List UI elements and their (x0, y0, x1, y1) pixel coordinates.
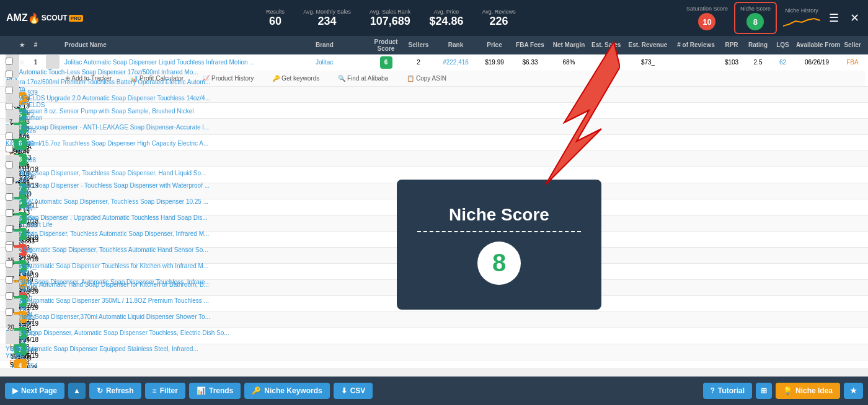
star-icon: ★ (850, 386, 857, 395)
row-brand[interactable]: YUJIA (3, 352, 59, 359)
row-star[interactable]: ☆ (3, 95, 16, 102)
row-rating: 2.5 (744, 59, 772, 66)
row-check[interactable] (3, 103, 16, 111)
csv-button[interactable]: ⬇ CSV (334, 383, 373, 399)
trends-icon: 📊 (197, 386, 206, 395)
row-check[interactable] (3, 58, 16, 66)
trends-label: Trends (209, 386, 233, 395)
row-check[interactable] (3, 244, 16, 253)
row-check[interactable] (3, 260, 16, 269)
col-seller: Seller (840, 41, 865, 48)
row-brand[interactable]: Jolitac (313, 59, 369, 66)
row-star[interactable]: ☆ (3, 269, 16, 276)
next-page-arrow-button[interactable]: ▲ (68, 383, 86, 399)
row-star[interactable]: ☆ (3, 79, 16, 86)
row-check[interactable] (3, 161, 16, 170)
niche-history-label: Niche History (783, 7, 820, 14)
row-number: 7 (3, 118, 19, 125)
row-check[interactable] (3, 308, 16, 317)
row-star[interactable]: ☆ (3, 186, 16, 193)
menu-icon[interactable]: ☰ (826, 9, 841, 27)
row-star[interactable]: ☆ (3, 253, 16, 259)
row-star[interactable]: ☆ (3, 154, 16, 160)
col-rating: Rating (744, 41, 772, 48)
refresh-label: Refresh (106, 386, 134, 395)
row-check[interactable] (3, 145, 16, 154)
row-check[interactable] (3, 193, 16, 202)
filter-button[interactable]: ≡ Filter (145, 383, 185, 399)
row-star[interactable]: ☆ (3, 111, 16, 118)
row-star[interactable]: ☆ (3, 202, 16, 209)
avg-price-stat: Avg. Price $24.86 (429, 9, 463, 28)
refresh-button[interactable]: ↻ Refresh (89, 383, 141, 399)
row-star[interactable]: ☆ (3, 317, 16, 324)
avg-price-label: Avg. Price (429, 9, 463, 15)
niche-idea-button[interactable]: 💡 Niche Idea (776, 383, 840, 399)
row-star[interactable]: ☆ (3, 218, 16, 225)
logo: AMZ 🔥 SCOUT PRO (6, 12, 83, 24)
row-check[interactable] (3, 87, 16, 95)
star-button[interactable]: ★ (844, 383, 863, 399)
logo-text: AMZ (6, 12, 28, 24)
find-alibaba-link[interactable]: 🔍 Find at Alibaba (338, 75, 388, 82)
col-rpr: RPR (719, 41, 744, 48)
csv-label: CSV (350, 386, 366, 395)
row-image (3, 331, 22, 346)
footer-right: ? Tutorial ⊞ 💡 Niche Idea ★ (703, 383, 863, 399)
col-score: ProductScore (369, 38, 403, 52)
row-number: 20 (3, 324, 19, 331)
filter-icon: ≡ (153, 386, 157, 395)
row-name[interactable]: YUJIA Automatic Soap Dispenser Equipped … (3, 346, 201, 352)
history-chart (783, 15, 820, 27)
col-margin: Net Margin (549, 41, 589, 48)
row-star[interactable]: ☆ (3, 301, 16, 308)
niche-history[interactable]: Niche History (783, 7, 820, 28)
niche-keywords-button[interactable]: 🔑 Niche Keywords (244, 383, 329, 399)
refresh-icon: ↻ (97, 386, 103, 395)
col-price: Price (477, 41, 512, 48)
row-check[interactable] (3, 71, 16, 79)
col-avail: Available From (794, 41, 840, 48)
trends-button[interactable]: 📊 Trends (189, 383, 241, 399)
row-star[interactable]: ☆ (3, 285, 16, 292)
row-check[interactable] (3, 177, 16, 186)
row-score: 6 (369, 56, 403, 69)
row-sellers: 2 (403, 59, 434, 66)
csv-icon: ⬇ (341, 386, 347, 395)
row-check[interactable] (3, 209, 16, 218)
tutorial-icon: ? (711, 386, 715, 395)
row-lqs[interactable]: 62 (772, 59, 794, 66)
row-star[interactable]: ☆ (3, 234, 16, 241)
tutorial-button[interactable]: ? Tutorial (703, 383, 752, 399)
footer: ▶ Next Page ▲ ↻ Refresh ≡ Filter 📊 Trend… (0, 377, 868, 405)
niche-score-button[interactable]: Niche Score 8 (734, 2, 777, 34)
overlay-score-value: 8 (477, 242, 521, 285)
avg-monthly-sales-stat: Avg. Monthly Sales 234 (303, 9, 351, 28)
row-revenue: $73_ (623, 59, 673, 66)
col-sales: Est. Sales (589, 41, 623, 48)
tutorial-label: Tutorial (718, 386, 745, 395)
niche-keywords-label: Niche Keywords (264, 386, 322, 395)
row-star[interactable]: ☆ (3, 170, 16, 176)
get-keywords-link[interactable]: 🔑 Get keywords (272, 75, 319, 82)
col-num: # (28, 41, 43, 48)
tutorial-extra-button[interactable]: ⊞ (756, 383, 772, 399)
saturation-score: Saturation Score 10 (686, 6, 728, 30)
row-check[interactable] (3, 276, 16, 285)
saturation-label: Saturation Score (686, 6, 728, 12)
col-fba: FBA Fees (512, 41, 549, 48)
next-page-icon: ▶ (12, 386, 18, 395)
next-page-button[interactable]: ▶ Next Page (5, 383, 64, 399)
overlay-title: Niche Score (449, 205, 549, 225)
copy-asin-link[interactable]: 📋 Copy ASIN (407, 75, 446, 82)
row-check[interactable] (3, 225, 16, 234)
avg-reviews-value: 226 (490, 15, 508, 27)
logo-scout: SCOUT (42, 14, 68, 22)
row-check[interactable] (3, 133, 16, 141)
header: AMZ 🔥 SCOUT PRO Results 60 Avg. Monthly … (0, 0, 868, 36)
niche-score-label: Niche Score (740, 6, 771, 12)
row-check[interactable] (3, 292, 16, 301)
close-icon[interactable]: ✕ (848, 9, 862, 27)
row-rpr: $103 (719, 59, 744, 66)
results-stat: Results 60 (266, 9, 285, 28)
